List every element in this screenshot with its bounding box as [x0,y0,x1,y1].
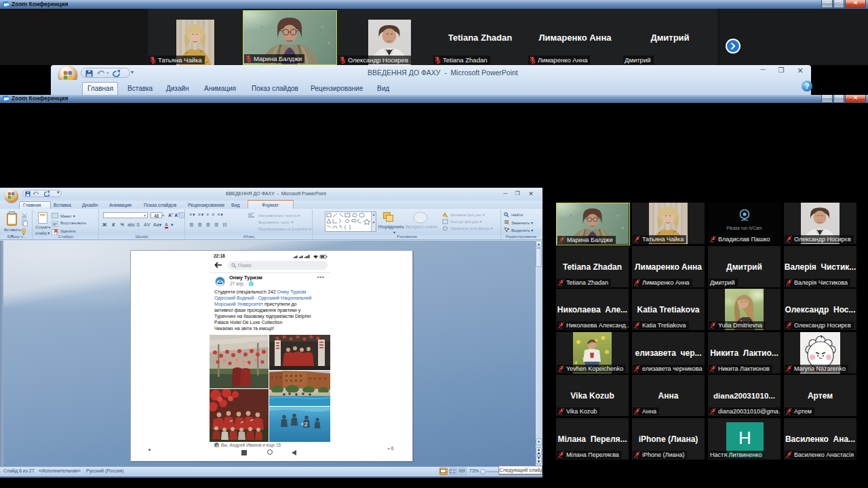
svg-text:+2: +2 [300,420,308,428]
